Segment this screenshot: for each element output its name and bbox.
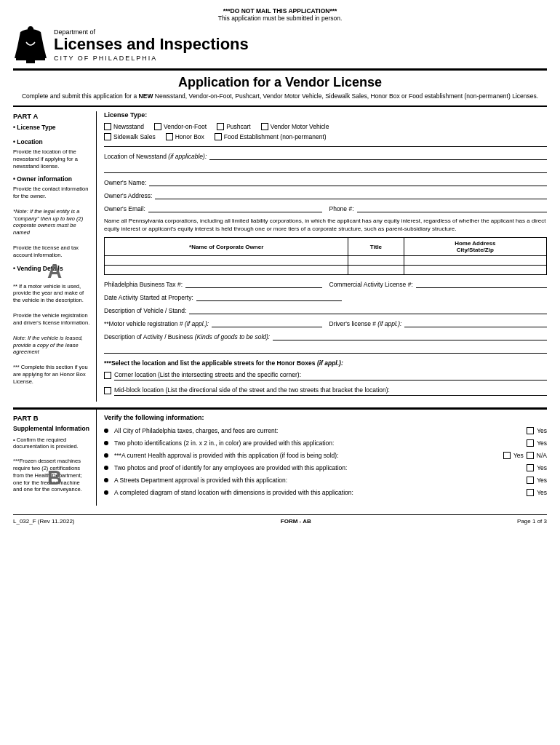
app-title-section: Application for a Vendor License Complet… — [13, 75, 547, 107]
dept-name: Licenses and Inspections — [54, 36, 249, 53]
date-activity-label: Date Activity Started at Property: — [104, 294, 193, 301]
checkbox-pushcart-box[interactable] — [217, 123, 224, 130]
sidebar-owner-bullet: • Owner information — [13, 175, 90, 184]
corner-location-input[interactable] — [114, 380, 547, 381]
verify-checkbox-6-yes[interactable] — [527, 489, 534, 496]
verify-bullet-4 — [104, 466, 108, 470]
corp-table-row-1 — [105, 256, 547, 266]
corp-name-1[interactable] — [105, 256, 348, 266]
desc-activity-row: Description of Activity / Business (Kind… — [104, 332, 547, 340]
verify-item-6: A completed diagram of stand location wi… — [104, 489, 547, 496]
checkbox-food-estab-box[interactable] — [215, 133, 222, 140]
part-a-label: PART A — [13, 111, 90, 121]
owners-address-row: Owner's Address: — [104, 191, 547, 199]
verify-bullet-3 — [104, 453, 108, 458]
midblock-location-input[interactable] — [114, 395, 547, 396]
label-pushcart: Pushcart — [226, 123, 251, 130]
verify-label-3-yes: Yes — [513, 452, 524, 459]
sidebar-vending-note4: *** Complete this section if you are app… — [13, 364, 90, 385]
license-row-1: Newsstand Vendor-on-Foot Pushcart Vendor… — [104, 123, 547, 130]
corner-location-label: Corner location (List the intersecting s… — [114, 371, 301, 378]
part-b-header: PART B Supplemental Information • Confir… — [13, 410, 547, 506]
drivers-license-input[interactable] — [404, 319, 547, 327]
footer: L_032_F (Rev 11.2022) FORM - AB Page 1 o… — [13, 514, 547, 525]
corner-location-checkbox[interactable] — [104, 372, 111, 379]
email-input[interactable] — [148, 204, 322, 212]
checkbox-newsstand-box[interactable] — [104, 123, 111, 130]
corp-table-header-address: Home AddressCity/State/Zip — [404, 238, 546, 256]
verify-item-2: Two photo identifications (2 in. x 2 in.… — [104, 439, 547, 447]
owners-name-label: Owner's Name: — [104, 179, 146, 186]
sidebar-license-bullet: • License Type — [13, 124, 90, 132]
corp-table-row-2 — [105, 266, 547, 275]
notice-line2: This application must be submitted in pe… — [13, 15, 547, 22]
checkbox-vendor-foot: Vendor-on-Foot — [154, 123, 207, 130]
verify-bullet-2 — [104, 441, 108, 445]
sidebar-license-type: • License Type — [13, 124, 90, 132]
checkbox-honor-box-box[interactable] — [166, 133, 173, 140]
location-input-2[interactable] — [104, 164, 547, 173]
main-content-a: License Type: Newsstand Vendor-on-Foot P… — [97, 111, 547, 402]
commercial-activity-label: Commercial Activity License #: — [329, 281, 413, 288]
part-b-label: PART B — [13, 414, 90, 423]
corp-info-text: Name all Pennsylvania corporations, incl… — [104, 217, 547, 233]
verify-checkbox-3-yes[interactable] — [503, 452, 511, 459]
corp-title-2[interactable] — [348, 266, 404, 275]
verify-checkbox-4-yes[interactable] — [527, 464, 534, 471]
footer-page: Page 1 of 3 — [517, 518, 547, 525]
corp-title-1[interactable] — [348, 256, 404, 266]
owners-name-input[interactable] — [149, 178, 547, 186]
midblock-location-option: Mid-block location (List the directional… — [104, 386, 547, 396]
commercial-activity-input[interactable] — [416, 279, 547, 288]
verify-checkbox-3-na[interactable] — [527, 452, 534, 459]
midblock-location-text: Mid-block location (List the directional… — [114, 386, 547, 396]
app-title: Application for a Vendor License — [13, 75, 547, 90]
verify-checkbox-1-yes[interactable] — [527, 427, 534, 434]
sidebar-owner-note: *Note: If the legal entity is a "company… — [13, 208, 90, 236]
top-notice: ***DO NOT MAIL THIS APPLICATION*** This … — [13, 7, 547, 22]
label-newsstand: Newsstand — [113, 123, 144, 130]
checkbox-sidewalk-box[interactable] — [104, 133, 111, 140]
footer-form-id: L_032_F (Rev 11.2022) — [13, 518, 75, 525]
motor-vehicle-item: **Motor vehicle registration # (if appl.… — [104, 319, 322, 327]
corp-name-2[interactable] — [105, 266, 348, 275]
phone-input[interactable] — [357, 204, 547, 212]
desc-activity-input-2[interactable] — [104, 345, 547, 354]
header: Department of Licenses and Inspections C… — [13, 26, 547, 71]
verify-checkboxes-4: Yes — [527, 464, 547, 471]
desc-activity-input[interactable] — [273, 332, 547, 340]
verify-label-3-na: N/A — [537, 452, 547, 459]
checkbox-vendor-motor-box[interactable] — [261, 123, 268, 130]
checkbox-vendor-foot-box[interactable] — [154, 123, 161, 130]
part-b-sidebar-text1: • Confirm the required documentation is … — [13, 437, 90, 451]
location-input[interactable] — [209, 151, 547, 160]
verify-checkbox-5-yes[interactable] — [527, 477, 534, 484]
app-subtitle: Complete and submit this application for… — [13, 92, 547, 100]
motor-vehicle-label: **Motor vehicle registration # (if appl.… — [104, 320, 209, 327]
notice-line1: ***DO NOT MAIL THIS APPLICATION*** — [13, 7, 547, 15]
verify-item-5: A Streets Department approval is provide… — [104, 477, 547, 484]
corp-address-1[interactable] — [404, 256, 546, 266]
part-b-letter: B — [47, 464, 62, 492]
desc-vehicle-input[interactable] — [189, 306, 547, 314]
sidebar-vending-note3: Note: If the vehicle is leased, provide … — [13, 335, 90, 356]
honor-box-section: ***Select the location and list the appl… — [104, 359, 547, 396]
corp-address-2[interactable] — [404, 266, 546, 275]
motor-vehicle-input[interactable] — [212, 319, 321, 327]
verify-checkboxes-2: Yes — [527, 439, 547, 447]
verify-checkbox-2-yes[interactable] — [527, 439, 534, 447]
biz-tax-input[interactable] — [185, 279, 321, 288]
location-label: Location of Newsstand (if applicable): — [104, 153, 207, 160]
logo-area: Department of Licenses and Inspections C… — [13, 26, 249, 64]
date-activity-input[interactable] — [196, 292, 342, 301]
verify-title: Verify the following information: — [104, 414, 547, 421]
phone-item: Phone #: — [329, 204, 548, 212]
email-phone-row: Owner's Email: Phone #: — [104, 204, 547, 212]
verify-bullet-5 — [104, 478, 108, 482]
svg-point-4 — [28, 26, 33, 29]
part-a-letter: A — [47, 257, 62, 285]
owners-address-input[interactable] — [155, 191, 547, 199]
part-b-main: Verify the following information: All Ci… — [97, 410, 547, 506]
honor-box-title: ***Select the location and list the appl… — [104, 359, 547, 367]
midblock-location-checkbox[interactable] — [104, 387, 111, 394]
